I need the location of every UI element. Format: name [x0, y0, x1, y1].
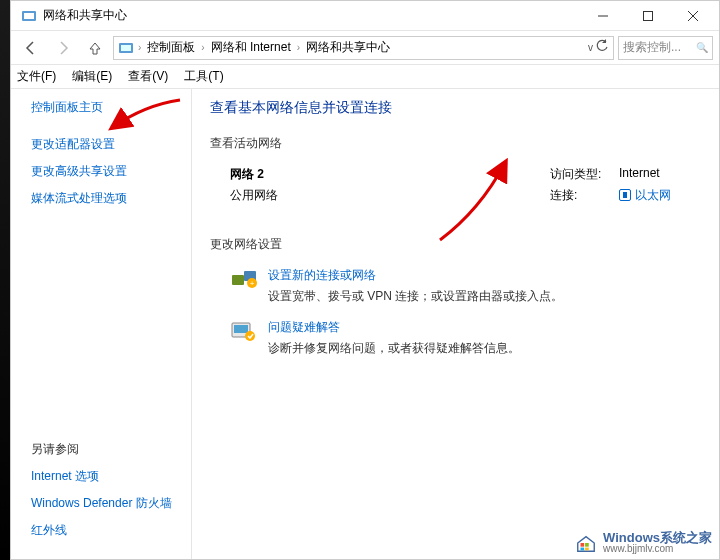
page-heading: 查看基本网络信息并设置连接	[210, 99, 701, 117]
svg-rect-16	[585, 543, 589, 547]
app-icon	[21, 8, 37, 24]
minimize-button[interactable]	[580, 2, 625, 30]
sidebar-media-streaming[interactable]: 媒体流式处理选项	[31, 190, 179, 207]
network-name: 网络 2	[230, 166, 278, 183]
connection-label: 连接:	[550, 187, 605, 204]
sidebar-infrared[interactable]: 红外线	[31, 522, 179, 539]
search-icon: 🔍	[696, 42, 708, 53]
action-troubleshoot-link[interactable]: 问题疑难解答	[268, 319, 520, 336]
connection-value: 以太网	[635, 188, 671, 202]
svg-rect-18	[585, 547, 589, 550]
troubleshoot-icon	[230, 319, 258, 343]
watermark-icon	[575, 532, 597, 554]
action-troubleshoot-desc: 诊断并修复网络问题，或者获得疑难解答信息。	[268, 340, 520, 357]
search-placeholder: 搜索控制...	[623, 39, 681, 56]
menu-tools[interactable]: 工具(T)	[184, 68, 223, 85]
forward-button[interactable]	[49, 34, 77, 62]
action-new-connection: + 设置新的连接或网络 设置宽带、拨号或 VPN 连接；或设置路由器或接入点。	[210, 267, 701, 305]
up-button[interactable]	[81, 34, 109, 62]
connection-link[interactable]: 以太网	[619, 187, 671, 204]
svg-rect-17	[581, 547, 585, 550]
chevron-right-icon: ›	[295, 42, 302, 53]
watermark-url: www.bjjmlv.com	[603, 544, 712, 554]
action-new-connection-link[interactable]: 设置新的连接或网络	[268, 267, 563, 284]
sidebar-adapter-settings[interactable]: 更改适配器设置	[31, 136, 179, 153]
active-networks-header: 查看活动网络	[210, 135, 701, 152]
sidebar-defender-firewall[interactable]: Windows Defender 防火墙	[31, 495, 179, 512]
menu-view[interactable]: 查看(V)	[128, 68, 168, 85]
maximize-button[interactable]	[625, 2, 670, 30]
chevron-right-icon: ›	[136, 42, 143, 53]
sidebar: 控制面板主页 更改适配器设置 更改高级共享设置 媒体流式处理选项 另请参阅 In…	[11, 89, 191, 559]
ethernet-icon	[619, 189, 631, 201]
window-title: 网络和共享中心	[43, 7, 127, 24]
refresh-icon[interactable]	[595, 39, 609, 56]
access-type-value: Internet	[619, 166, 660, 183]
address-bar: › 控制面板 › 网络和 Internet › 网络和共享中心 v 搜索控制..…	[11, 31, 719, 65]
svg-rect-1	[24, 13, 34, 19]
breadcrumb[interactable]: › 控制面板 › 网络和 Internet › 网络和共享中心 v	[113, 36, 614, 60]
menu-file[interactable]: 文件(F)	[17, 68, 56, 85]
search-input[interactable]: 搜索控制... 🔍	[618, 36, 713, 60]
access-type-label: 访问类型:	[550, 166, 605, 183]
control-panel-icon	[118, 40, 134, 56]
menu-bar: 文件(F) 编辑(E) 查看(V) 工具(T)	[11, 65, 719, 89]
sidebar-advanced-sharing[interactable]: 更改高级共享设置	[31, 163, 179, 180]
change-settings-header: 更改网络设置	[210, 236, 701, 253]
chevron-down-icon[interactable]: v	[588, 42, 593, 53]
svg-rect-3	[643, 11, 652, 20]
watermark: Windows系统之家 www.bjjmlv.com	[575, 531, 712, 554]
svg-rect-15	[581, 543, 585, 547]
svg-rect-8	[232, 275, 244, 285]
chevron-right-icon: ›	[199, 42, 206, 53]
action-troubleshoot: 问题疑难解答 诊断并修复网络问题，或者获得疑难解答信息。	[210, 319, 701, 357]
svg-text:+: +	[250, 279, 255, 288]
sidebar-see-also: 另请参阅	[31, 441, 179, 458]
active-network-row: 网络 2 公用网络 访问类型: Internet 连接: 以太网	[210, 166, 701, 208]
crumb-control-panel[interactable]: 控制面板	[145, 39, 197, 56]
network-type: 公用网络	[230, 187, 278, 204]
back-button[interactable]	[17, 34, 45, 62]
sidebar-internet-options[interactable]: Internet 选项	[31, 468, 179, 485]
close-button[interactable]	[670, 2, 715, 30]
titlebar: 网络和共享中心	[11, 1, 719, 31]
crumb-network-internet[interactable]: 网络和 Internet	[209, 39, 293, 56]
sidebar-home[interactable]: 控制面板主页	[31, 99, 179, 116]
svg-rect-7	[121, 45, 131, 51]
menu-edit[interactable]: 编辑(E)	[72, 68, 112, 85]
content-area: 查看基本网络信息并设置连接 查看活动网络 网络 2 公用网络 访问类型: Int…	[192, 89, 719, 559]
svg-rect-13	[234, 325, 248, 333]
new-connection-icon: +	[230, 267, 258, 291]
action-new-connection-desc: 设置宽带、拨号或 VPN 连接；或设置路由器或接入点。	[268, 288, 563, 305]
svg-point-14	[245, 331, 255, 341]
crumb-sharing-center[interactable]: 网络和共享中心	[304, 39, 392, 56]
